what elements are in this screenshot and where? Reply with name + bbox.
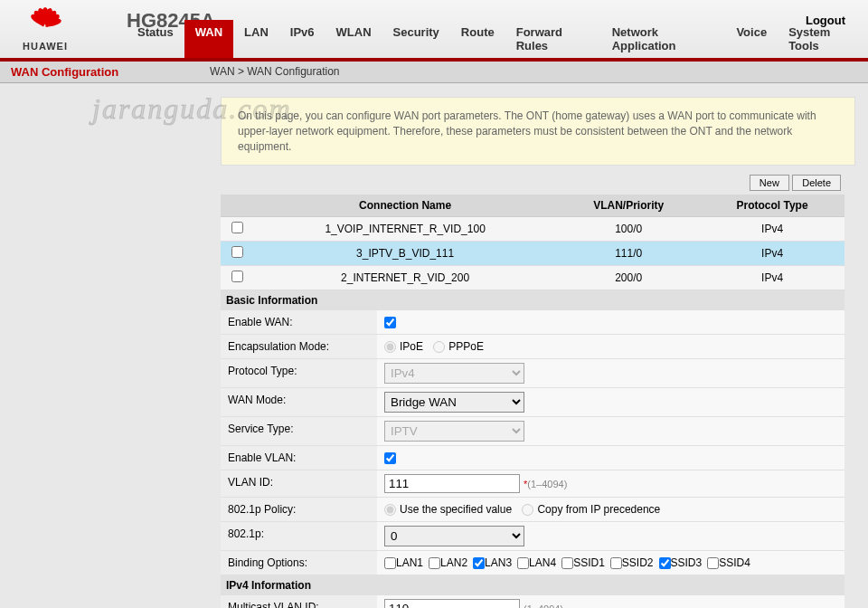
col-vlan-priority: VLAN/Priority — [557, 195, 700, 217]
cell-vlan: 200/0 — [557, 266, 700, 290]
nav-tab-wlan[interactable]: WLAN — [326, 20, 382, 58]
nav-tab-lan[interactable]: LAN — [233, 20, 279, 58]
toolbar: New Delete — [201, 173, 861, 195]
cell-connection-name: 2_INTERNET_R_VID_200 — [253, 266, 557, 290]
row-checkbox[interactable] — [231, 222, 243, 233]
service-type-select[interactable]: IPTV — [384, 421, 524, 442]
bind-lan4-checkbox[interactable] — [517, 557, 529, 569]
cell-proto: IPv4 — [700, 242, 844, 266]
info-box: On this page, you can configure WAN port… — [221, 97, 855, 166]
nav-tab-voice[interactable]: Voice — [725, 20, 778, 58]
bind-ssid4-checkbox[interactable] — [707, 557, 719, 569]
policy-copy-radio[interactable] — [522, 504, 533, 516]
enable-wan-checkbox[interactable] — [384, 317, 396, 328]
bind-ssid3-checkbox[interactable] — [659, 557, 671, 569]
wan-mode-select[interactable]: Bridge WAN — [384, 392, 524, 413]
nav-tab-route[interactable]: Route — [450, 20, 505, 58]
policy-specified-radio[interactable] — [384, 504, 396, 516]
8021p-select[interactable]: 0 — [384, 526, 524, 546]
nav-tab-system-tools[interactable]: System Tools — [778, 20, 868, 58]
brand-logo: HUAWEI — [9, 2, 81, 56]
multicast-vlan-label: Multicast VLAN ID: — [221, 595, 377, 608]
service-type-label: Service Type: — [221, 417, 377, 445]
vlan-id-label: VLAN ID: — [221, 470, 377, 497]
wan-mode-label: WAN Mode: — [221, 388, 377, 416]
enable-vlan-checkbox[interactable] — [384, 452, 396, 464]
encap-mode-label: Encapsulation Mode: — [221, 335, 377, 358]
vlan-id-input[interactable] — [384, 474, 520, 493]
table-row[interactable]: 3_IPTV_B_VID_111111/0IPv4 — [221, 242, 844, 266]
col-connection-name: Connection Name — [253, 195, 557, 217]
sub-header: WAN Configuration WAN > WAN Configuratio… — [0, 62, 868, 83]
encap-ipoe-radio[interactable] — [384, 341, 396, 353]
cell-proto: IPv4 — [700, 266, 844, 290]
content-area: jaranguda.com On this page, you can conf… — [201, 83, 868, 608]
multicast-vlan-input[interactable] — [384, 599, 520, 608]
binding-options-label: Binding Options: — [221, 551, 377, 575]
8021p-policy-label: 802.1p Policy: — [221, 498, 377, 521]
bind-ssid2-checkbox[interactable] — [610, 557, 622, 569]
connection-table: Connection Name VLAN/Priority Protocol T… — [221, 195, 844, 290]
nav-tab-forward-rules[interactable]: Forward Rules — [505, 20, 601, 58]
col-protocol-type: Protocol Type — [700, 195, 844, 217]
brand-text: HUAWEI — [23, 41, 68, 52]
nav-tab-security[interactable]: Security — [382, 20, 450, 58]
enable-wan-label: Enable WAN: — [221, 310, 377, 334]
row-checkbox[interactable] — [231, 271, 243, 282]
protocol-type-label: Protocol Type: — [221, 359, 377, 387]
cell-vlan: 111/0 — [557, 242, 700, 266]
header: HUAWEI HG8245A Logout StatusWANLANIPv6WL… — [0, 0, 868, 62]
delete-button[interactable]: Delete — [792, 175, 841, 191]
sidebar-title[interactable]: WAN Configuration — [11, 65, 118, 79]
bind-lan2-checkbox[interactable] — [429, 557, 440, 569]
nav-tab-status[interactable]: Status — [127, 20, 184, 58]
protocol-type-select[interactable]: IPv4 — [384, 363, 524, 384]
nav-tab-wan[interactable]: WAN — [184, 20, 233, 58]
cell-vlan: 100/0 — [557, 217, 700, 242]
enable-vlan-label: Enable VLAN: — [221, 446, 377, 470]
row-checkbox[interactable] — [231, 246, 243, 258]
bind-lan1-checkbox[interactable] — [384, 557, 396, 569]
bind-lan3-checkbox[interactable] — [473, 557, 485, 569]
cell-proto: IPv4 — [700, 217, 844, 242]
cell-connection-name: 1_VOIP_INTERNET_R_VID_100 — [253, 217, 557, 242]
nav-bar: StatusWANLANIPv6WLANSecurityRouteForward… — [127, 20, 868, 58]
table-row[interactable]: 1_VOIP_INTERNET_R_VID_100100/0IPv4 — [221, 217, 844, 242]
new-button[interactable]: New — [750, 175, 789, 191]
nav-tab-ipv6[interactable]: IPv6 — [279, 20, 326, 58]
encap-pppoe-radio[interactable] — [433, 341, 445, 353]
basic-info-section: Basic Information Enable WAN: Encapsulat… — [221, 290, 844, 608]
basic-info-header: Basic Information — [221, 290, 844, 310]
breadcrumb: WAN > WAN Configuration — [210, 65, 340, 78]
huawei-flower-icon — [27, 7, 63, 39]
cell-connection-name: 3_IPTV_B_VID_111 — [253, 242, 557, 266]
8021p-label: 802.1p: — [221, 522, 377, 550]
bind-ssid1-checkbox[interactable] — [561, 557, 573, 569]
sidebar — [0, 83, 201, 608]
table-row[interactable]: 2_INTERNET_R_VID_200200/0IPv4 — [221, 266, 844, 290]
nav-tab-network-application[interactable]: Network Application — [601, 20, 726, 58]
ipv4-info-header: IPv4 Information — [221, 575, 844, 595]
